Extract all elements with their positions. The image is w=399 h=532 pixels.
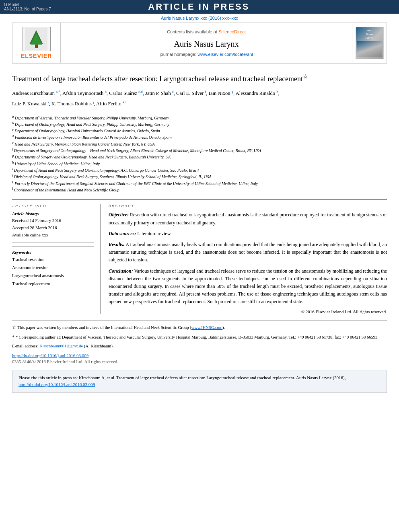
g-model-label: G Model (4, 2, 51, 7)
affiliation-j: j Division of Otolaryngology-Head and Ne… (12, 173, 387, 180)
article-title: Treatment of large tracheal defects afte… (12, 73, 387, 84)
journal-homepage-area: journal homepage: www.elsevier.com/locat… (160, 52, 253, 57)
title-star: ☆ (303, 74, 308, 80)
results-text: A tracheal anastomosis usually heals wit… (109, 242, 387, 263)
article-title-text: Treatment of large tracheal defects afte… (12, 75, 303, 83)
article-section: Treatment of large tracheal defects afte… (12, 67, 387, 393)
results-label: Results: (109, 242, 125, 247)
abstract-conclusion: Conclusion: Various techniques of laryng… (109, 267, 387, 306)
author-8: Luiz P. Kowalski i, (12, 101, 50, 107)
journal-thumbnail-area: Auris Nasus Larynx (352, 23, 387, 63)
abstract-objective: Objective: Resection with direct trachea… (109, 211, 387, 226)
email-footnote: E-mail address: Kirschbaum001@gmx.de (A.… (12, 343, 387, 350)
journal-thumbnail: Auris Nasus Larynx (356, 27, 384, 59)
copyright-line: © 2016 Elsevier Ireland Ltd. All rights … (109, 309, 387, 314)
email-link[interactable]: Kirschbaum001@gmx.de (39, 344, 83, 348)
affiliation-a: a Department of Visceral, Thoracic and V… (12, 115, 387, 121)
journal-link-text: Auris Nasus Larynx xxx (2016) xxx–xxx (161, 16, 238, 21)
authors-line-2: Luiz P. Kowalski i, K. Thomas Robbins j,… (12, 99, 387, 107)
anl-number: ANL-2113; No. of Pages 7 (4, 7, 51, 11)
corresponding-footnote: * * Corresponding author at: Department … (12, 333, 387, 341)
affiliation-l: l Coordinator of the International Head … (12, 187, 387, 193)
article-info-column: ARTICLE INFO Article history: Received 1… (12, 204, 101, 314)
author-4: Jatin P. Shah e, (145, 90, 175, 96)
citation-box: Please cite this article in press as: Ki… (12, 370, 387, 393)
affiliation-g: g Departments of Surgery and Otolaryngol… (12, 154, 387, 160)
conclusion-label: Conclusion: (109, 268, 133, 274)
doi-link[interactable]: http://dx.doi.org/10.1016/j.anl.2016.03.… (12, 353, 88, 358)
journal-main-title: Auris Nasus Larynx (174, 39, 239, 49)
article-history-section: Article history: Received 14 February 20… (12, 211, 94, 238)
author-9: K. Thomas Robbins j, (51, 101, 95, 107)
journal-header: ELSEVIER Contents lists available at Sci… (12, 23, 387, 64)
accepted-text: Accepted 28 March 2016 (12, 224, 94, 232)
keyword-3: Laryngotracheal anastomosis (12, 272, 94, 280)
abstract-column: ABSTRACT Objective: Resection with direc… (109, 204, 387, 314)
keyword-1: Tracheal resection (12, 256, 94, 264)
affiliation-h: h University of Udine School of Medicine… (12, 160, 387, 167)
keywords-section: Keywords: Tracheal resection Anastomotic… (12, 246, 94, 288)
article-in-press-title: ARTICLE IN PRESS (51, 2, 347, 12)
objective-text: Resection with direct tracheal or laryng… (109, 212, 387, 225)
affiliations-section: a Department of Visceral, Thoracic and V… (12, 112, 387, 193)
affiliation-f: f Departments of Surgery and Otolaryngol… (12, 147, 387, 154)
data-text: Literature review. (137, 231, 171, 236)
authors-line: Andreas Kirschbaum a,*, Afshin Teymoorta… (12, 89, 387, 97)
affiliation-b: b Department of Otolaryngology, Head and… (12, 121, 387, 127)
history-heading: Article history: (12, 211, 94, 216)
article-info-label: ARTICLE INFO (12, 204, 94, 208)
abstract-label: ABSTRACT (109, 204, 387, 208)
journal-link-bar: Auris Nasus Larynx xxx (2016) xxx–xxx (0, 14, 399, 23)
affiliation-e: e Head and Neck Surgery, Memorial Sloan … (12, 141, 387, 147)
sciencedirect-link[interactable]: ScienceDirect (218, 29, 246, 34)
author-5: Carl E. Silver f, (176, 90, 208, 96)
elsevier-brand: ELSEVIER (21, 53, 52, 59)
citation-doi-link[interactable]: http://dx.doi.org/10.1016/j.anl.2016.03.… (19, 382, 95, 387)
abstract-data-sources: Data sources: Literature review. (109, 230, 387, 238)
abstract-results: Results: A tracheal anastomosis usually … (109, 241, 387, 264)
homepage-url[interactable]: www.elsevier.com/locate/anl (197, 52, 253, 57)
author-7: Alessandra Rinaldo h, (236, 90, 280, 96)
affiliation-k: k Formerly Director of the Department of… (12, 180, 387, 187)
journal-thumb-text: Auris Nasus Larynx (365, 29, 373, 40)
elsevier-tree-image (23, 27, 51, 51)
affiliation-c: c Department of Otolaryngology, Hospital… (12, 127, 387, 134)
author-3: Carlos Suárez c,d, (109, 90, 144, 96)
doi-line: http://dx.doi.org/10.1016/j.anl.2016.03.… (12, 353, 387, 358)
header-bar: G Model ANL-2113; No. of Pages 7 ARTICLE… (0, 0, 399, 14)
contents-available-text: Contents lists available at ScienceDirec… (167, 29, 246, 34)
affiliation-i: i Department of Head and Neck Surgery an… (12, 167, 387, 173)
available-text: Available caline xxx (12, 232, 94, 239)
author-10: Alfio Ferlito k,l (96, 101, 126, 107)
objective-label: Objective: (109, 212, 129, 218)
contents-label: Contents lists available at (167, 29, 217, 34)
keyword-4: Tracheal replacement (12, 280, 94, 288)
ihnsg-link[interactable]: www.IHNSG.com (191, 325, 222, 330)
data-label: Data sources: (109, 231, 136, 236)
footer-notes: ☆ This paper was written by members and … (12, 320, 387, 364)
corresponding-text: * Corresponding author at: Department of… (16, 335, 378, 339)
two-column-section: ARTICLE INFO Article history: Received 1… (12, 199, 387, 314)
star-footnote: ☆ This paper was written by members and … (12, 324, 387, 331)
keywords-heading: Keywords: (12, 250, 94, 255)
affiliation-d: d Fundación de Investigación e Innovació… (12, 134, 387, 140)
homepage-label: journal homepage: (160, 52, 196, 57)
elsevier-logo-area: ELSEVIER (12, 23, 61, 63)
model-info: G Model ANL-2113; No. of Pages 7 (4, 2, 51, 11)
keyword-2: Anastomotic tension (12, 264, 94, 272)
received-text: Received 14 February 2016 (12, 217, 94, 224)
author-2: Afshin Teymoortash b, (62, 90, 108, 96)
email-label: E-mail address: (12, 344, 39, 348)
star-note-text: This paper was written by members and in… (17, 325, 225, 330)
citation-text: Please cite this article in press as: Ki… (19, 375, 346, 380)
email-person: (A. Kirschbaum). (84, 344, 114, 348)
elsevier-logo: ELSEVIER (21, 27, 52, 59)
author-1: Andreas Kirschbaum a,*, (12, 90, 62, 96)
journal-center-info: Contents lists available at ScienceDirec… (61, 23, 352, 63)
issn-line: 0385-8146/© 2016 Elsevier Ireland Ltd. A… (12, 359, 387, 364)
conclusion-text: Various techniques of laryngeal and trac… (109, 268, 387, 305)
author-6: Iain Nixon g, (209, 90, 235, 96)
